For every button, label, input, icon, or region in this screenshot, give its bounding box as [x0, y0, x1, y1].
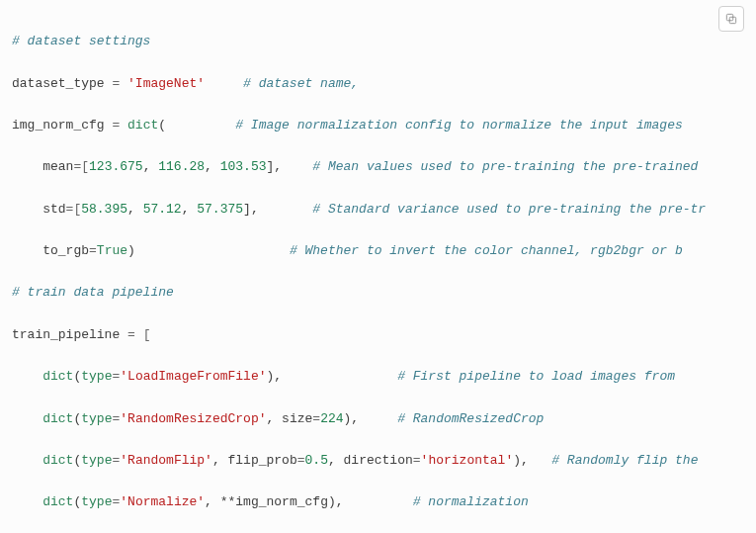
comment: # dataset settings	[12, 34, 150, 48]
comment: # Standard variance used to pre-training…	[312, 202, 706, 217]
code-line: dict(type='RandomResizedCrop', size=224)…	[12, 408, 756, 429]
comment: # RandomResizedCrop	[397, 411, 544, 426]
comment: # train data pipeline	[12, 285, 174, 300]
comment: # Whether to invert the color channel, r…	[290, 243, 683, 258]
code-line: mean=[123.675, 116.28, 103.53], # Mean v…	[12, 156, 756, 177]
comment: # dataset name,	[243, 76, 359, 91]
comment: # normalization	[413, 494, 529, 509]
code-line: dataset_type = 'ImageNet' # dataset name…	[12, 73, 756, 94]
comment: # Image normalization config to normaliz…	[235, 118, 682, 133]
comment: # First pipeline to load images from	[397, 369, 675, 384]
code-line: dict(type='LoadImageFromFile'), # First …	[12, 366, 756, 387]
copy-icon	[724, 12, 738, 26]
code-line: # train data pipeline	[12, 282, 756, 303]
comment: # Randomly flip the	[551, 453, 698, 468]
code-line: img_norm_cfg = dict( # Image normalizati…	[12, 115, 756, 135]
code-line: # dataset settings	[12, 31, 756, 51]
code-line: to_rgb=True) # Whether to invert the col…	[12, 240, 756, 261]
comment: # Mean values used to pre-training the p…	[312, 159, 698, 174]
code-line: std=[58.395, 57.12, 57.375], # Standard …	[12, 199, 756, 220]
code-line: dict(type='Normalize', **img_norm_cfg), …	[12, 491, 756, 512]
code-line: dict(type='RandomFlip', flip_prob=0.5, d…	[12, 450, 756, 471]
code-line: train_pipeline = [	[12, 324, 756, 345]
code-block: # dataset settings dataset_type = 'Image…	[12, 10, 756, 533]
copy-button[interactable]	[718, 6, 744, 32]
